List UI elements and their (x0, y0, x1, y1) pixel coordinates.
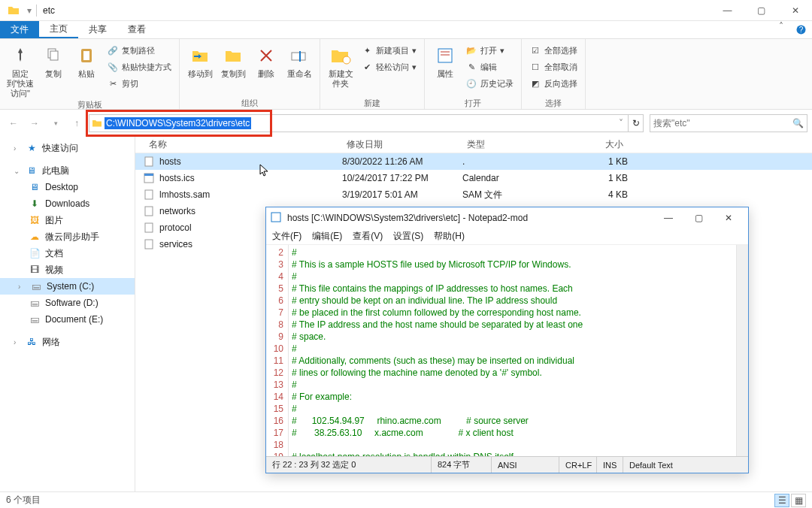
np-status-pos: 行 22 : 23 列 32 选定 0 (266, 457, 432, 473)
back-button[interactable]: ← (5, 114, 23, 132)
pin-quick-access-button[interactable]: 固定到"快速访问" (5, 41, 36, 98)
np-menu-edit[interactable]: 编辑(E) (312, 230, 342, 243)
column-headers[interactable]: 名称 修改日期 类型 大小 (135, 137, 812, 153)
help-button[interactable]: ? (789, 21, 812, 38)
window-title: etc (41, 5, 710, 16)
np-menu-settings[interactable]: 设置(S) (393, 230, 423, 243)
expand-icon[interactable]: › (18, 283, 26, 291)
copy-path-button[interactable]: 🔗复制路径 (104, 42, 174, 59)
address-bar[interactable]: C:\WINDOWS\System32\drivers\etc ˅ (89, 114, 629, 132)
forward-button[interactable]: → (26, 114, 44, 132)
select-all-button[interactable]: ☑全部选择 (526, 42, 580, 59)
share-tab[interactable]: 共享 (78, 21, 117, 38)
svg-rect-13 (145, 190, 153, 199)
code-area[interactable]: ## This is a sample HOSTS file used by M… (289, 245, 736, 456)
properties-button[interactable]: 属性 (429, 41, 461, 79)
copy-to-button[interactable]: 复制到 (217, 41, 249, 79)
sidebar-drive-d[interactable]: 🖴Software (D:) (0, 295, 135, 311)
col-date[interactable]: 修改日期 (342, 138, 462, 151)
properties-icon (433, 44, 457, 68)
expand-icon[interactable]: ⌄ (14, 167, 21, 175)
sidebar-drive-c[interactable]: ›🖴System (C:) (0, 278, 135, 295)
paste-shortcut-button[interactable]: 📎粘贴快捷方式 (104, 59, 174, 75)
history-button[interactable]: 🕘历史记录 (462, 75, 517, 92)
documents-icon: 📄 (29, 247, 41, 259)
address-path[interactable]: C:\WINDOWS\System32\drivers\etc (105, 117, 251, 129)
cut-button[interactable]: ✂剪切 (104, 75, 174, 92)
status-text: 6 个项目 (6, 494, 41, 506)
file-row[interactable]: lmhosts.sam3/19/2017 5:01 AMSAM 文件4 KB (135, 186, 812, 203)
file-row[interactable]: hosts8/30/2022 11:26 AM.1 KB (135, 153, 812, 170)
scrollbar[interactable] (736, 245, 748, 456)
sidebar-drive-e[interactable]: 🖴Document (E:) (0, 311, 135, 328)
search-box[interactable]: 搜索"etc" 🔍 (650, 114, 807, 132)
address-dropdown-icon[interactable]: ˅ (614, 118, 628, 129)
group-organize-label: 组织 (184, 97, 315, 109)
new-item-icon: ✦ (361, 44, 373, 56)
col-size[interactable]: 大小 (568, 138, 628, 151)
np-close-button[interactable]: ✕ (714, 207, 744, 228)
sidebar-downloads[interactable]: ⬇Downloads (0, 195, 135, 212)
np-maximize-button[interactable]: ▢ (683, 207, 714, 228)
file-name: networks (159, 206, 195, 216)
refresh-button[interactable]: ↻ (629, 114, 644, 132)
statusbar: 6 个项目 ☰ ▦ (0, 491, 812, 508)
path-icon: 🔗 (107, 44, 119, 56)
group-new-label: 新建 (325, 97, 420, 109)
notepad-window[interactable]: hosts [C:\WINDOWS\System32\drivers\etc] … (265, 207, 749, 473)
view-tab[interactable]: 查看 (117, 21, 156, 38)
easy-access-button[interactable]: ✔轻松访问 ▾ (358, 59, 420, 75)
rename-button[interactable]: 重命名 (283, 41, 315, 79)
select-none-button[interactable]: ☐全部取消 (526, 59, 580, 75)
file-icon (143, 222, 155, 234)
move-to-button[interactable]: 移动到 (184, 41, 216, 79)
file-name: protocol (159, 222, 192, 233)
delete-button[interactable]: 删除 (250, 41, 282, 79)
svg-rect-7 (299, 51, 301, 62)
recent-dropdown-icon[interactable]: ▾ (47, 114, 65, 132)
new-item-button[interactable]: ✦新建项目 ▾ (358, 42, 420, 59)
col-type[interactable]: 类型 (462, 138, 568, 151)
expand-icon[interactable]: › (14, 144, 21, 153)
np-minimize-button[interactable]: — (653, 207, 683, 228)
file-type: Calendar (462, 173, 568, 183)
file-row[interactable]: hosts.ics10/24/2017 17:22 PMCalendar1 KB (135, 170, 812, 186)
new-folder-button[interactable]: 新建文件夹 (325, 41, 356, 89)
edit-icon: ✎ (465, 61, 477, 73)
close-button[interactable]: ✕ (778, 0, 812, 21)
sidebar-videos[interactable]: 🎞视频 (0, 262, 135, 278)
up-button[interactable]: ↑ (68, 114, 86, 132)
sidebar-quick-access[interactable]: ›★快速访问 (0, 140, 135, 156)
home-tab[interactable]: 主页 (39, 21, 78, 38)
paste-button[interactable]: 粘贴 (71, 41, 102, 79)
file-tab[interactable]: 文件 (0, 21, 39, 38)
notepad-editor[interactable]: 2345678910111213141516171819202122 ## Th… (266, 245, 748, 456)
invert-selection-button[interactable]: ◩反向选择 (526, 75, 580, 92)
delete-icon (254, 44, 278, 68)
svg-rect-9 (438, 49, 452, 62)
drive-icon: 🖴 (30, 280, 42, 292)
np-menu-file[interactable]: 文件(F) (272, 230, 301, 243)
edit-button[interactable]: ✎编辑 (462, 59, 517, 75)
qat-dropdown-icon[interactable]: ▾ (27, 5, 32, 16)
np-menu-view[interactable]: 查看(V) (353, 230, 383, 243)
sidebar-weiyun[interactable]: ☁微云同步助手 (0, 228, 135, 245)
sidebar-pictures[interactable]: 🖼图片 (0, 212, 135, 228)
expand-icon[interactable]: › (14, 338, 21, 346)
group-open-label: 打开 (429, 97, 517, 109)
sidebar-this-pc[interactable]: ⌄🖥此电脑 (0, 162, 135, 179)
minimize-button[interactable]: — (710, 0, 744, 21)
sidebar-desktop[interactable]: 🖥Desktop (0, 179, 135, 195)
view-details-button[interactable]: ☰ (774, 494, 789, 507)
open-button[interactable]: 📂打开 ▾ (462, 42, 517, 59)
col-name[interactable]: 名称 (135, 138, 342, 151)
copy-button[interactable]: 复制 (38, 41, 69, 79)
ribbon-tabs: 文件 主页 共享 查看 ˄ ? (0, 21, 812, 39)
sidebar-documents[interactable]: 📄文档 (0, 245, 135, 262)
notepad-titlebar[interactable]: hosts [C:\WINDOWS\System32\drivers\etc] … (266, 207, 748, 228)
ribbon-collapse-icon[interactable]: ˄ (773, 21, 789, 38)
view-icons-button[interactable]: ▦ (791, 494, 806, 507)
maximize-button[interactable]: ▢ (744, 0, 778, 21)
np-menu-help[interactable]: 帮助(H) (434, 230, 465, 243)
sidebar-network[interactable]: ›🖧网络 (0, 334, 135, 350)
